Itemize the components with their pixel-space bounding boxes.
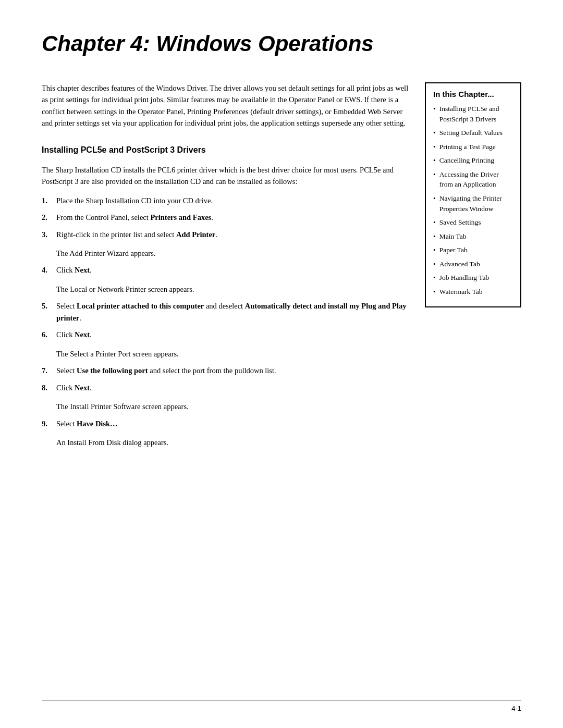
sidebar-item-11: Job Handling Tab (433, 273, 513, 283)
step-9: 9. Select Have Disk… (42, 418, 409, 429)
step-7-num: 7. (42, 365, 53, 376)
page-footer: 4-1 (42, 700, 521, 712)
page: Chapter 4: Windows Operations This chapt… (0, 0, 563, 728)
step-8-note: The Install Printer Software screen appe… (56, 401, 409, 412)
steps-list: 1. Place the Sharp Installation CD into … (42, 195, 409, 240)
steps-list-3: 5. Select Local printer attached to this… (42, 300, 409, 340)
step-5: 5. Select Local printer attached to this… (42, 300, 409, 324)
sidebar-item-6: Navigating the Printer Properties Window (433, 193, 513, 214)
step-9-note: An Install From Disk dialog appears. (56, 437, 409, 448)
steps-list-5: 9. Select Have Disk… (42, 418, 409, 429)
step-3: 3. Right-click in the printer list and s… (42, 229, 409, 240)
step-1-text: Place the Sharp Installation CD into you… (56, 195, 409, 206)
step-4-note: The Local or Network Printer screen appe… (56, 283, 409, 295)
step-5-num: 5. (42, 300, 53, 312)
sidebar-item-12: Watermark Tab (433, 287, 513, 297)
sidebar-item-8: Main Tab (433, 231, 513, 242)
chapter-title: Chapter 4: Windows Operations (42, 31, 521, 61)
step-4-text: Click Next. (56, 264, 409, 276)
step-6-num: 6. (42, 329, 53, 340)
step-2-num: 2. (42, 212, 53, 223)
sidebar-item-3: Printing a Test Page (433, 142, 513, 152)
content-area: This chapter describes features of the W… (42, 82, 521, 454)
intro-paragraph: This chapter describes features of the W… (42, 82, 409, 129)
step-4: 4. Click Next. (42, 264, 409, 276)
sidebar-item-4: Cancelling Printing (433, 155, 513, 166)
sidebar-heading: In this Chapter... (433, 90, 513, 98)
step-6: 6. Click Next. (42, 329, 409, 340)
step-9-text: Select Have Disk… (56, 418, 409, 429)
step-3-num: 3. (42, 229, 53, 240)
step-8-text: Click Next. (56, 382, 409, 393)
sidebar-item-10: Advanced Tab (433, 259, 513, 269)
step-2: 2. From the Control Panel, select Printe… (42, 212, 409, 223)
sidebar-item-2: Setting Default Values (433, 128, 513, 138)
section1-heading: Installing PCL5e and PostScript 3 Driver… (42, 144, 409, 157)
section1-intro: The Sharp Installation CD installs the P… (42, 164, 409, 188)
step-2-text: From the Control Panel, select Printers … (56, 212, 409, 223)
sidebar-item-9: Paper Tab (433, 245, 513, 255)
step-1-num: 1. (42, 195, 53, 206)
sidebar-item-1: Installing PCL5e and PostScript 3 Driver… (433, 104, 513, 124)
step-9-num: 9. (42, 418, 53, 429)
sidebar-box: In this Chapter... Installing PCL5e and … (425, 82, 521, 307)
step-4-num: 4. (42, 264, 53, 276)
step-3-text: Right-click in the printer list and sele… (56, 229, 409, 240)
step-5-text: Select Local printer attached to this co… (56, 300, 409, 324)
sidebar-list: Installing PCL5e and PostScript 3 Driver… (433, 104, 513, 297)
step-1: 1. Place the Sharp Installation CD into … (42, 195, 409, 206)
sidebar-item-7: Saved Settings (433, 217, 513, 228)
step-8: 8. Click Next. (42, 382, 409, 393)
page-number: 4-1 (511, 705, 521, 712)
steps-list-4: 7. Select Use the following port and sel… (42, 365, 409, 393)
step-3-note: The Add Printer Wizard appears. (56, 248, 409, 259)
steps-list-2: 4. Click Next. (42, 264, 409, 276)
step-8-num: 8. (42, 382, 53, 393)
step-6-note: The Select a Printer Port screen appears… (56, 348, 409, 360)
sidebar: In this Chapter... Installing PCL5e and … (425, 82, 521, 454)
step-7: 7. Select Use the following port and sel… (42, 365, 409, 376)
sidebar-item-5: Accessing the Driver from an Application (433, 169, 513, 190)
step-6-text: Click Next. (56, 329, 409, 340)
step-7-text: Select Use the following port and select… (56, 365, 409, 376)
main-content: This chapter describes features of the W… (42, 82, 409, 454)
